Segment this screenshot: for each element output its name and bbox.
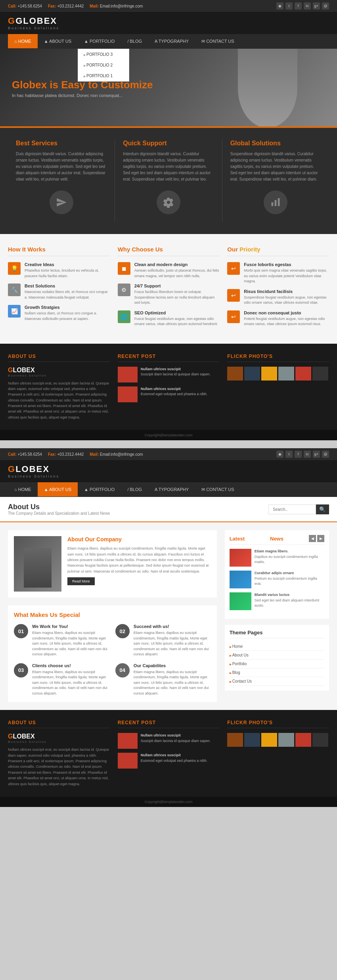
contact-info: Call: +145.58.6254 Fax: +03.2312.4442 Ma… bbox=[8, 4, 143, 8]
services-section: Best Services Duis dignissim blandit var… bbox=[0, 128, 337, 234]
dropdown-item-p1[interactable]: PORTFOLIO 1 bbox=[78, 70, 129, 81]
nav-link-blog[interactable]: / BLOG bbox=[121, 34, 148, 48]
news-prev-button[interactable]: ◀ bbox=[309, 535, 316, 542]
rss-icon[interactable]: ◉ bbox=[276, 2, 283, 10]
news-text-3: Blandit varius luctus Sed eget leo sed d… bbox=[255, 592, 324, 610]
nav-link-home-p2[interactable]: ⌂ HOME bbox=[8, 482, 38, 497]
social-icons: ◉ t f in g+ @ bbox=[276, 2, 329, 10]
nav-link-portfolio[interactable]: ▲ PORTFOLIO bbox=[78, 34, 121, 48]
svg-rect-1 bbox=[275, 200, 277, 206]
flickr-thumb-1-p2 bbox=[227, 733, 243, 747]
nav-item-typography-p2[interactable]: A TYPOGRAPHY bbox=[148, 482, 195, 497]
nav-link-home[interactable]: ⌂ HOME bbox=[8, 34, 38, 48]
fax-label: Fax: +03.2312.4442 bbox=[48, 4, 84, 8]
news-navigation[interactable]: ◀ ▶ bbox=[309, 535, 324, 542]
support247-icon: ⚙ bbox=[118, 284, 130, 296]
page2: Call: +145.58.6254 Fax: +03.2312.4442 Ma… bbox=[0, 448, 337, 807]
footer-about-col: ABOUT US GLOBEX Business Solution Nullam… bbox=[8, 354, 110, 421]
company-text: About Our Company Etiam magna libero, da… bbox=[67, 536, 211, 592]
footer-flickr-col-p2: FLICKR PHOTO'S bbox=[227, 720, 329, 787]
nav-item-portfolio-p2[interactable]: ▲ PORTFOLIO bbox=[78, 482, 121, 497]
search-button[interactable]: 🔍 bbox=[316, 504, 329, 514]
seo-icon: 🌐 bbox=[118, 310, 130, 323]
footer-logo-p2: GLOBEX bbox=[8, 733, 110, 740]
twitter-icon[interactable]: t bbox=[285, 2, 293, 10]
news-thumb-2 bbox=[230, 571, 251, 588]
nav-item-contact-p2[interactable]: ✉ CONTACT US bbox=[195, 482, 241, 497]
choose-item-1-text: Clean and modern design Aenean sollicitu… bbox=[134, 262, 220, 279]
makes-item-03: 03 Clients choose us! Etiam magna libero… bbox=[14, 663, 109, 696]
email-icon-p2[interactable]: @ bbox=[322, 451, 329, 458]
logo-bar: GGLOBEX Business Solutions bbox=[0, 12, 337, 34]
email-icon[interactable]: @ bbox=[322, 2, 329, 10]
nav-item-about-p2[interactable]: ▲ ABOUT US bbox=[38, 482, 78, 497]
service-support: Quick Support Interdum dignissim blandit… bbox=[115, 140, 222, 222]
hero-bottom-bar bbox=[0, 126, 337, 128]
facebook-icon[interactable]: f bbox=[295, 2, 302, 10]
theme-page-contact[interactable]: Contact Us bbox=[230, 677, 324, 686]
tagline-p2: Business Solutions bbox=[8, 474, 59, 478]
makes-num-03: 03 bbox=[14, 663, 28, 677]
flickr-thumb-2 bbox=[244, 367, 260, 381]
dropdown-item-p3[interactable]: PORTFOLIO 3 bbox=[78, 49, 129, 60]
read-more-button[interactable]: Read More bbox=[67, 577, 95, 585]
footer-about-col-p2: ABOUT US GLOBEX Business Solution Nullam… bbox=[8, 720, 110, 787]
linkedin-icon[interactable]: in bbox=[304, 2, 311, 10]
priority-item-1-text: Fusce lobortis egestas Morbi quis sem ma… bbox=[244, 262, 329, 284]
works-item-2: 🔧 Best Solutions Maecenas sodales libero… bbox=[8, 284, 110, 300]
recent-post-1-p2: Nullam ultrices suscipit Suscipit diam l… bbox=[118, 733, 220, 749]
nav-item-contact[interactable]: ✉ CONTACT US bbox=[195, 34, 241, 49]
dropdown-item-p2[interactable]: PORTFOLIO 2 bbox=[78, 60, 129, 70]
nav-item-blog[interactable]: / BLOG bbox=[121, 34, 148, 49]
nav-item-about[interactable]: ▲ ABOUT US bbox=[38, 34, 78, 49]
priority-arrow-1: ↩ bbox=[227, 262, 240, 275]
search-input[interactable] bbox=[268, 504, 316, 514]
what-makes-section: What Makes Us Special 01 We Work for You… bbox=[8, 605, 217, 702]
gear-icon bbox=[157, 190, 180, 214]
linkedin-icon-p2[interactable]: in bbox=[304, 451, 311, 458]
makes-text-04: Our Capabilites Etiam magna libero, dapi… bbox=[134, 663, 211, 696]
nav-link-typography[interactable]: A TYPOGRAPHY bbox=[148, 34, 195, 48]
about-page-header: About Us The Company Details and Special… bbox=[0, 497, 337, 522]
facebook-icon-p2[interactable]: f bbox=[295, 451, 302, 458]
growth-icon: 📈 bbox=[8, 305, 21, 318]
nav-link-portfolio-p2[interactable]: ▲ PORTFOLIO bbox=[78, 482, 121, 497]
nav-link-blog-p2[interactable]: / BLOG bbox=[121, 482, 148, 497]
nav-link-about[interactable]: ▲ ABOUT US bbox=[38, 34, 78, 48]
navigation: ⌂ HOME ▲ ABOUT US ▲ PORTFOLIO PORTFOLIO … bbox=[0, 34, 337, 49]
nav-link-contact-p2[interactable]: ✉ CONTACT US bbox=[195, 482, 241, 497]
nav-item-blog-p2[interactable]: / BLOG bbox=[121, 482, 148, 497]
nav-link-about-p2[interactable]: ▲ ABOUT US bbox=[38, 482, 78, 497]
service-solutions: Global Solutions Suspendisse dignissim b… bbox=[222, 140, 329, 222]
makes-text-01: We Work for You! Etiam magna libero, dap… bbox=[32, 624, 109, 657]
about-main-content: About Our Company Etiam magna libero, da… bbox=[0, 522, 337, 710]
gplus-icon-p2[interactable]: g+ bbox=[313, 451, 320, 458]
footer-logo: GLOBEX bbox=[8, 367, 110, 374]
gplus-icon[interactable]: g+ bbox=[313, 2, 320, 10]
nav-item-typography[interactable]: A TYPOGRAPHY bbox=[148, 34, 195, 49]
nav-item-portfolio[interactable]: ▲ PORTFOLIO PORTFOLIO 3 PORTFOLIO 2 PORT… bbox=[78, 34, 121, 49]
logo-p2[interactable]: GLOBEX Business Solutions bbox=[8, 464, 59, 478]
theme-page-about[interactable]: About Us bbox=[230, 651, 324, 660]
why-choose-title: Why Choose Us bbox=[118, 246, 220, 256]
news-text-1: Etiam magna libero. Dapibus eu suscipit … bbox=[255, 549, 324, 567]
news-next-button[interactable]: ▶ bbox=[317, 535, 324, 542]
nav-link-contact[interactable]: ✉ CONTACT US bbox=[195, 34, 241, 49]
service-solutions-text: Suspendisse dignissim blandit varius. Cu… bbox=[230, 151, 321, 183]
nav-link-typography-p2[interactable]: A TYPOGRAPHY bbox=[148, 482, 195, 497]
nav-item-home-p2[interactable]: ⌂ HOME bbox=[8, 482, 38, 497]
footer-about-title: ABOUT US bbox=[8, 354, 110, 362]
theme-page-blog[interactable]: Blog bbox=[230, 668, 324, 677]
about-page-subtitle: The Company Details and Specialization a… bbox=[8, 511, 110, 516]
design-icon: ◼ bbox=[118, 262, 130, 275]
theme-page-home[interactable]: Home bbox=[230, 642, 324, 651]
theme-page-portfolio[interactable]: Portfolio bbox=[230, 660, 324, 668]
makes-text-03: Clients choose us! Etiam magna libero, d… bbox=[32, 663, 109, 696]
logo[interactable]: GGLOBEX Business Solutions bbox=[8, 16, 59, 30]
mail-value: Email:info@infringe.com bbox=[100, 4, 143, 8]
search-box[interactable]: 🔍 bbox=[268, 504, 329, 514]
rss-icon-p2[interactable]: ◉ bbox=[276, 451, 283, 458]
twitter-icon-p2[interactable]: t bbox=[285, 451, 293, 458]
nav-item-home[interactable]: ⌂ HOME bbox=[8, 34, 38, 49]
why-choose-us: Why Choose Us ◼ Clean and modern design … bbox=[118, 246, 220, 332]
